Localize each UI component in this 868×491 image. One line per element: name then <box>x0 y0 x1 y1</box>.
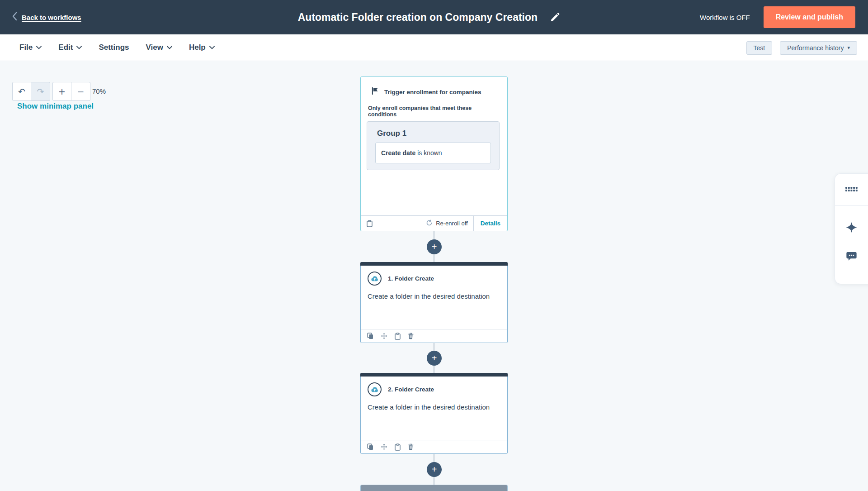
filter-condition: Create date is known <box>375 143 491 163</box>
action-card-footer <box>361 440 507 453</box>
trigger-card-footer: Re-enroll off Details <box>361 215 507 231</box>
action-title: 2. Folder Create <box>388 386 434 393</box>
right-tool-panel <box>835 173 868 284</box>
trigger-enrollment-card[interactable]: Trigger enrollment for companies Only en… <box>360 76 508 231</box>
menu-view-label: View <box>146 43 163 52</box>
action-card-1[interactable]: 1. Folder Create Create a folder in the … <box>360 262 508 343</box>
action-description: Create a folder in the desired destinati… <box>361 286 507 300</box>
action-card-accent-bar <box>360 373 508 377</box>
folder-create-app-icon <box>368 382 382 396</box>
delete-action-icon[interactable] <box>408 443 414 450</box>
flag-icon <box>372 87 378 97</box>
folder-create-app-icon <box>368 272 382 286</box>
reenroll-status: Re-enroll off <box>426 219 468 228</box>
zoom-level-label: 70% <box>92 87 106 95</box>
redo-button[interactable]: ↷ <box>31 82 50 101</box>
ai-sparkle-icon[interactable] <box>845 221 858 234</box>
duplicate-action-icon[interactable] <box>367 443 373 450</box>
menu-help[interactable]: Help <box>189 43 215 52</box>
caret-down-icon: ▾ <box>847 45 850 51</box>
reenroll-label: Re-enroll off <box>436 220 468 227</box>
action-card-2[interactable]: 2. Folder Create Create a folder in the … <box>360 373 508 454</box>
top-app-bar: Back to workflows Automatic Folder creat… <box>0 0 868 34</box>
review-and-publish-button[interactable]: Review and publish <box>764 6 855 28</box>
undo-button[interactable]: ↶ <box>12 82 31 101</box>
show-minimap-link[interactable]: Show minimap panel <box>17 102 94 111</box>
clipboard-action-icon[interactable] <box>395 443 401 451</box>
zoom-in-button[interactable]: + <box>52 82 71 101</box>
trigger-details-link[interactable]: Details <box>474 216 507 231</box>
menu-edit-label: Edit <box>58 43 73 52</box>
menu-file[interactable]: File <box>19 43 42 52</box>
chevron-down-icon <box>36 46 42 49</box>
add-action-button[interactable]: + <box>427 351 442 366</box>
menu-settings[interactable]: Settings <box>99 43 129 52</box>
action-card-accent-bar <box>360 262 508 266</box>
move-action-icon[interactable] <box>381 333 387 339</box>
filter-group-box: Group 1 Create date is known <box>367 121 500 170</box>
delete-action-icon[interactable] <box>408 333 414 339</box>
action-title: 1. Folder Create <box>388 275 434 282</box>
move-action-icon[interactable] <box>381 443 387 450</box>
zoom-out-button[interactable]: − <box>71 82 90 101</box>
action-card-footer <box>361 329 507 343</box>
workflow-canvas: ↶ ↷ + − 70% Show minimap panel Trigger e… <box>0 61 868 491</box>
chevron-down-icon <box>209 46 215 49</box>
apps-grid-icon[interactable] <box>845 187 858 193</box>
filter-condition-operator: is known <box>415 149 442 157</box>
duplicate-action-icon[interactable] <box>367 333 373 339</box>
next-card-partial[interactable] <box>360 485 508 491</box>
trigger-card-subtitle: Only enroll companies that meet these co… <box>361 97 507 121</box>
trigger-card-title: Trigger enrollment for companies <box>384 89 481 95</box>
test-button[interactable]: Test <box>746 41 773 55</box>
add-action-button[interactable]: + <box>427 462 442 477</box>
performance-history-label: Performance history <box>787 44 844 52</box>
menu-help-label: Help <box>189 43 206 52</box>
back-chevron-icon <box>12 12 17 23</box>
menu-bar: File Edit Settings View Help Test Perfor… <box>0 34 868 61</box>
chevron-down-icon <box>167 46 172 49</box>
test-button-label: Test <box>754 44 765 52</box>
add-action-button[interactable]: + <box>427 239 442 254</box>
comments-chat-icon[interactable] <box>846 252 857 262</box>
action-description: Create a folder in the desired destinati… <box>361 396 507 411</box>
edit-title-pencil-icon[interactable] <box>550 13 560 22</box>
clipboard-action-icon[interactable] <box>395 333 401 340</box>
menu-settings-label: Settings <box>99 43 129 52</box>
performance-history-button[interactable]: Performance history ▾ <box>780 41 857 55</box>
panel-divider <box>835 205 868 206</box>
chevron-down-icon <box>76 46 82 49</box>
workflow-status-text: Workflow is OFF <box>700 14 750 21</box>
back-to-workflows-label: Back to workflows <box>22 14 81 21</box>
menu-edit[interactable]: Edit <box>58 43 82 52</box>
filter-group-title: Group 1 <box>377 129 499 138</box>
back-to-workflows-link[interactable]: Back to workflows <box>12 0 81 34</box>
copy-trigger-icon[interactable] <box>367 220 373 227</box>
menu-file-label: File <box>19 43 33 52</box>
reenroll-refresh-icon <box>426 219 433 228</box>
menu-view[interactable]: View <box>146 43 172 52</box>
workflow-title: Automatic Folder creation on Company Cre… <box>298 11 538 24</box>
filter-condition-property: Create date <box>381 149 415 157</box>
